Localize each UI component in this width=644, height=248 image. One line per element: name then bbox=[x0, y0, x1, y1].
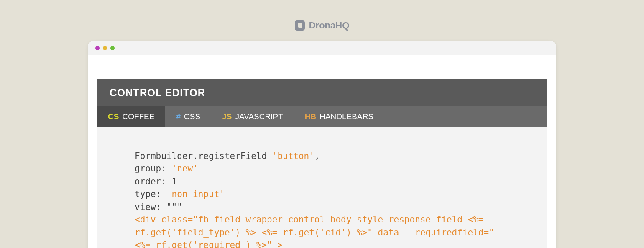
window-body: CONTROL EDITOR CSCOFFEE#CSSJSJAVASCRIPTH… bbox=[88, 55, 556, 248]
window-titlebar bbox=[88, 41, 556, 55]
code-line: order: 1 bbox=[135, 175, 509, 188]
code-line: view: """ bbox=[135, 201, 509, 213]
brand-name: DronaHQ bbox=[309, 20, 350, 31]
tab-label: HANDLEBARS bbox=[319, 112, 373, 121]
tab-label: CSS bbox=[184, 112, 200, 121]
maximize-icon[interactable] bbox=[110, 46, 115, 50]
minimize-icon[interactable] bbox=[103, 46, 107, 50]
tab-prefix: JS bbox=[222, 112, 232, 121]
code-editor[interactable]: Formbuilder.registerField 'button', grou… bbox=[97, 127, 547, 248]
tab-prefix: HB bbox=[305, 112, 316, 121]
close-icon[interactable] bbox=[95, 46, 100, 50]
code-line: type: 'non_input' bbox=[135, 188, 509, 200]
tab-javascript[interactable]: JSJAVASCRIPT bbox=[211, 106, 294, 127]
tab-label: COFFEE bbox=[122, 112, 154, 121]
code-line: Formbuilder.registerField 'button', bbox=[135, 150, 509, 162]
code-line: <div class="fb-field-wrapper control-bod… bbox=[135, 213, 509, 248]
tab-coffee[interactable]: CSCOFFEE bbox=[97, 106, 165, 127]
brand-icon bbox=[295, 20, 305, 31]
tab-label: JAVASCRIPT bbox=[235, 112, 283, 121]
editor-tabs: CSCOFFEE#CSSJSJAVASCRIPTHBHANDLEBARS bbox=[97, 106, 547, 127]
app-window: CONTROL EDITOR CSCOFFEE#CSSJSJAVASCRIPTH… bbox=[88, 41, 556, 248]
code-line: group: 'new' bbox=[135, 162, 509, 175]
tab-prefix: CS bbox=[108, 112, 119, 121]
editor-title: CONTROL EDITOR bbox=[97, 79, 547, 106]
tab-prefix: # bbox=[176, 112, 181, 121]
brand-header: DronaHQ bbox=[0, 0, 644, 41]
tab-css[interactable]: #CSS bbox=[165, 106, 211, 127]
tab-handlebars[interactable]: HBHANDLEBARS bbox=[294, 106, 384, 127]
